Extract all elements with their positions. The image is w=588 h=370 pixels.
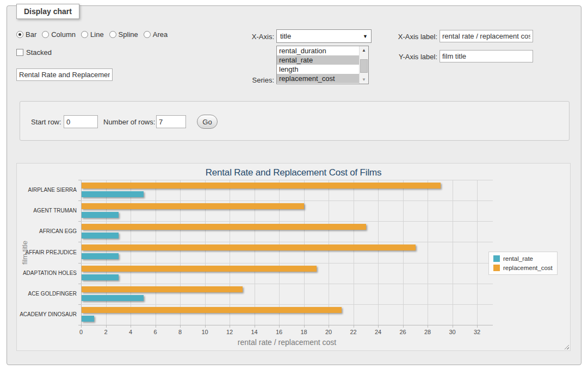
x-tick-label: 30 xyxy=(443,329,462,335)
start-row-input[interactable] xyxy=(64,115,98,128)
gridline-x xyxy=(304,180,305,325)
chart-title-input[interactable] xyxy=(16,68,113,81)
x-tick xyxy=(255,325,255,328)
x-tick-label: 0 xyxy=(72,329,90,335)
y-axis-title: film title xyxy=(21,240,29,264)
scrollbar-thumb[interactable] xyxy=(360,59,368,73)
x-axis-title: rental rate / replacement cost xyxy=(81,338,493,347)
x-tick-label: 16 xyxy=(270,329,288,335)
bar-replacement_cost[interactable] xyxy=(82,307,342,313)
bar-rental_rate[interactable] xyxy=(82,253,119,259)
radio-icon xyxy=(16,31,23,38)
bar-rental_rate[interactable] xyxy=(82,274,119,280)
y-tick xyxy=(78,200,81,201)
y-tick xyxy=(78,304,81,305)
bar-rental_rate[interactable] xyxy=(82,295,144,301)
chart-container: Rental Rate and Replacement Cost of Film… xyxy=(16,163,571,351)
x-tick-label: 26 xyxy=(394,329,412,335)
gridline-y xyxy=(81,221,493,222)
x-tick xyxy=(81,325,82,328)
series-option-replacement_cost[interactable]: replacement_cost xyxy=(277,74,360,83)
x-tick xyxy=(453,325,453,328)
gridline-x xyxy=(255,180,255,325)
y-tick xyxy=(78,242,81,242)
gridline-x xyxy=(81,180,82,325)
series-scrollbar[interactable]: ▲ ▼ xyxy=(359,46,368,84)
legend-item-rental_rate[interactable]: rental_rate xyxy=(493,255,553,262)
x-axis-label-input[interactable] xyxy=(440,30,533,42)
go-button[interactable]: Go xyxy=(197,115,218,129)
gridline-y xyxy=(81,325,493,325)
x-tick xyxy=(428,325,428,328)
x-tick-label: 20 xyxy=(319,329,338,335)
x-tick-label: 32 xyxy=(468,329,486,335)
resize-handle-icon[interactable] xyxy=(563,343,569,349)
chart-type-area[interactable]: Area xyxy=(144,30,168,39)
chart-type-label: Column xyxy=(51,30,76,39)
y-axis-label-input[interactable] xyxy=(440,50,533,62)
series-multiselect[interactable]: rental_durationrental_ratelengthreplacem… xyxy=(276,46,369,84)
bar-rental_rate[interactable] xyxy=(82,191,144,197)
series-select-label: Series: xyxy=(236,76,274,84)
x-axis-selected-value: title xyxy=(280,32,291,40)
x-tick-label: 18 xyxy=(295,329,313,335)
x-tick xyxy=(106,325,107,328)
radio-icon xyxy=(109,31,116,38)
bar-replacement_cost[interactable] xyxy=(82,224,366,230)
gridline-y xyxy=(81,263,493,264)
x-tick-label: 12 xyxy=(220,329,239,335)
x-tick xyxy=(156,325,156,328)
gridline-x xyxy=(403,180,404,325)
gridline-y xyxy=(81,304,493,305)
series-option-rental_duration[interactable]: rental_duration xyxy=(277,46,360,55)
x-tick-label: 6 xyxy=(146,329,165,335)
series-options: rental_durationrental_ratelengthreplacem… xyxy=(277,46,368,83)
series-option-length[interactable]: length xyxy=(277,65,360,74)
bar-rental_rate[interactable] xyxy=(82,233,119,239)
gridline-x xyxy=(205,180,206,325)
x-tick xyxy=(477,325,478,328)
radio-icon xyxy=(42,31,49,38)
gridline-y xyxy=(81,180,493,180)
bar-replacement_cost[interactable] xyxy=(82,203,304,209)
dropdown-arrow-icon: ▼ xyxy=(363,34,368,39)
fieldset-legend: Display chart xyxy=(16,4,79,19)
gridline-x xyxy=(156,180,156,325)
chart-type-spline[interactable]: Spline xyxy=(109,30,138,39)
bar-rental_rate[interactable] xyxy=(82,316,94,322)
bar-replacement_cost[interactable] xyxy=(82,286,243,292)
bar-replacement_cost[interactable] xyxy=(82,183,441,189)
bar-replacement_cost[interactable] xyxy=(82,266,317,272)
chart-type-bar[interactable]: Bar xyxy=(16,30,36,39)
chart-type-line[interactable]: Line xyxy=(81,30,104,39)
bar-replacement_cost[interactable] xyxy=(82,244,416,250)
stacked-checkbox[interactable] xyxy=(16,49,23,56)
chart-type-label: Area xyxy=(153,30,168,39)
legend-item-replacement_cost[interactable]: replacement_cost xyxy=(493,265,553,271)
y-axis-label-caption: Y-Axis label: xyxy=(383,53,437,61)
x-tick xyxy=(354,325,354,328)
x-axis-select[interactable]: title ▼ xyxy=(276,29,372,43)
chart-title: Rental Rate and Replacement Cost of Film… xyxy=(17,167,570,178)
chart-type-column[interactable]: Column xyxy=(42,30,76,39)
x-tick-label: 24 xyxy=(369,329,387,335)
number-of-rows-input[interactable] xyxy=(156,115,186,128)
start-row-label: Start row: xyxy=(31,118,61,126)
gridline-x xyxy=(329,180,329,325)
category-label: AFRICAN EGG xyxy=(17,228,77,234)
gridline-x xyxy=(453,180,453,325)
bar-rental_rate[interactable] xyxy=(82,212,119,218)
y-tick xyxy=(78,180,81,180)
x-tick-label: 28 xyxy=(418,329,437,335)
scroll-up-icon[interactable]: ▲ xyxy=(360,46,368,54)
chart-legend: rental_ratereplacement_cost xyxy=(488,252,558,275)
x-tick xyxy=(304,325,305,328)
y-tick xyxy=(78,325,81,325)
chart-type-label: Bar xyxy=(26,30,36,39)
scroll-down-icon[interactable]: ▼ xyxy=(360,76,368,84)
x-tick-label: 10 xyxy=(196,329,214,335)
y-tick xyxy=(78,284,81,284)
x-tick xyxy=(378,325,379,328)
stacked-label: Stacked xyxy=(26,48,52,57)
series-option-rental_rate[interactable]: rental_rate xyxy=(277,55,360,65)
